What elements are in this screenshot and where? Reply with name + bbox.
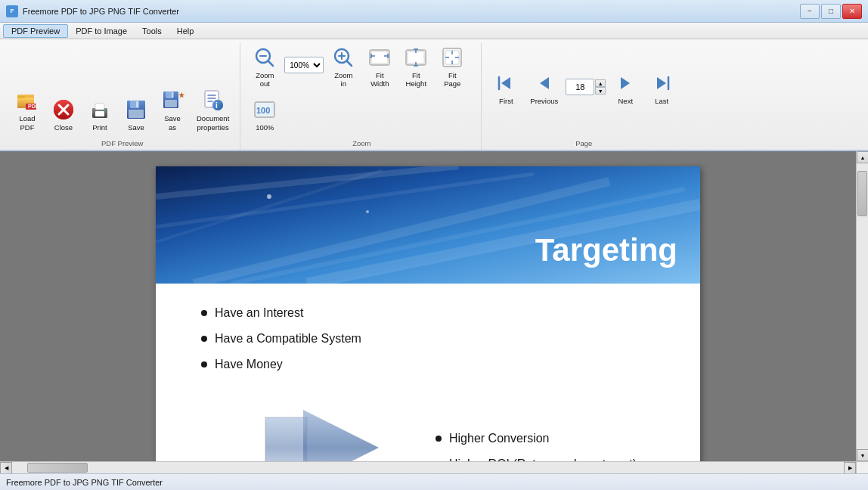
pdf-page: Targeting Have an Interest: [156, 166, 700, 461]
bullet-interest: Have an Interest: [201, 306, 436, 320]
ribbon: PDF LoadPDF Close Print: [0, 39, 868, 151]
page-spin-down[interactable]: ▼: [595, 87, 606, 95]
svg-marker-77: [303, 410, 379, 461]
zoom-in-button[interactable]: Zoomin: [327, 42, 360, 91]
svg-rect-20: [129, 110, 144, 118]
print-button[interactable]: Print: [83, 95, 116, 135]
svg-text:★: ★: [178, 91, 184, 99]
close-file-icon: [51, 98, 76, 122]
scroll-down-button[interactable]: ▼: [857, 449, 868, 461]
load-pdf-button[interactable]: PDF LoadPDF: [11, 85, 44, 135]
scroll-right-button[interactable]: ▶: [844, 462, 856, 474]
close-file-button[interactable]: Close: [47, 95, 80, 135]
fit-100-label: 100%: [256, 123, 274, 132]
svg-rect-48: [408, 51, 424, 64]
document-properties-icon: i: [201, 88, 225, 113]
last-page-icon: [649, 71, 674, 95]
menu-pdf-to-image[interactable]: PDF to Image: [68, 25, 135, 37]
save-label: Save: [128, 123, 144, 132]
scroll-thumb[interactable]: [857, 171, 867, 216]
zoom-out-button[interactable]: Zoomout: [248, 42, 281, 91]
fit-height-label: FitHeight: [406, 71, 426, 88]
svg-line-40: [347, 61, 352, 67]
ribbon-group-pdf-preview: PDF LoadPDF Close Print: [5, 42, 240, 150]
main-content: Targeting Have an Interest: [0, 151, 868, 461]
save-button[interactable]: Save: [119, 95, 153, 135]
page-number-input[interactable]: [566, 79, 594, 95]
svg-rect-76: [265, 417, 307, 461]
svg-rect-24: [172, 92, 174, 98]
menu-help[interactable]: Help: [169, 25, 202, 37]
svg-marker-63: [540, 77, 549, 89]
fit-page-icon: [440, 45, 464, 70]
close-label: Close: [54, 123, 73, 132]
save-icon: [124, 98, 148, 122]
scroll-track[interactable]: [857, 163, 868, 449]
fit-height-button[interactable]: FitHeight: [399, 42, 432, 91]
arrow-graphic: [262, 406, 413, 461]
previous-page-icon: [532, 71, 556, 95]
fit-100-button[interactable]: 100 100%: [248, 95, 281, 135]
svg-point-75: [366, 210, 369, 213]
h-scroll-thumb[interactable]: [27, 463, 88, 473]
window-controls: − □ ✕: [800, 4, 862, 19]
vertical-scrollbar[interactable]: ▲ ▼: [856, 151, 868, 461]
svg-marker-64: [621, 77, 630, 89]
menu-bar: PDF Preview PDF to Image Tools Help: [0, 23, 868, 39]
svg-point-32: [212, 100, 223, 110]
fit-page-button[interactable]: FitPage: [436, 42, 469, 91]
scroll-up-button[interactable]: ▲: [857, 151, 868, 163]
document-properties-button[interactable]: i Documentproperties: [192, 85, 234, 135]
page-spin-up[interactable]: ▲: [595, 79, 606, 87]
next-page-button[interactable]: Next: [609, 68, 642, 108]
resize-corner: [856, 461, 868, 473]
svg-point-74: [267, 194, 271, 199]
ribbon-group-page: First Previous ▲ ▼: [483, 42, 684, 150]
maximize-button[interactable]: □: [821, 4, 841, 19]
svg-rect-4: [17, 96, 25, 98]
ribbon-group-pdf-preview-label: PDF Preview: [101, 138, 143, 150]
first-page-button[interactable]: First: [489, 68, 522, 108]
last-page-button[interactable]: Last: [645, 68, 678, 108]
fit-width-button[interactable]: FitWidth: [363, 42, 396, 91]
h-scroll-track[interactable]: [12, 462, 844, 473]
close-button[interactable]: ✕: [842, 4, 862, 19]
page-title: Targeting: [535, 232, 677, 268]
minimize-button[interactable]: −: [800, 4, 820, 19]
svg-line-36: [268, 61, 274, 67]
bullet-roi: Higher ROI (Return on Investment): [436, 457, 670, 461]
svg-rect-42: [371, 51, 388, 64]
previous-page-button[interactable]: Previous: [525, 68, 563, 108]
pdf-scroll-area[interactable]: Targeting Have an Interest: [0, 151, 856, 461]
zoom-select[interactable]: 50% 75% 100% 125% 150% 200%: [284, 57, 324, 73]
fit-height-icon: [404, 45, 428, 70]
save-as-button[interactable]: ★ Saveas: [156, 85, 189, 135]
ribbon-group-zoom: Zoomout 50% 75% 100% 125% 150% 200% Zoom…: [242, 42, 482, 150]
fit-100-icon: 100: [253, 98, 277, 122]
bottom-bar: ◀ ▶: [0, 461, 868, 473]
svg-marker-66: [657, 77, 666, 89]
save-as-label: Saveas: [164, 114, 181, 132]
zoom-out-icon: [253, 45, 277, 70]
horizontal-scrollbar[interactable]: ◀ ▶: [0, 461, 856, 473]
ribbon-group-page-label: Page: [575, 138, 592, 150]
scroll-left-button[interactable]: ◀: [0, 462, 12, 474]
print-icon: [88, 98, 112, 122]
svg-rect-14: [95, 104, 104, 110]
window-title: Freemore PDF to JPG PNG TIF Converter: [23, 7, 179, 16]
document-properties-label: Documentproperties: [197, 114, 229, 132]
page-header: Targeting: [156, 166, 700, 284]
svg-rect-19: [136, 101, 138, 107]
fit-width-label: FitWidth: [370, 71, 389, 88]
next-page-icon: [613, 71, 637, 95]
svg-text:100: 100: [256, 106, 270, 115]
svg-marker-62: [501, 77, 510, 89]
zoom-in-label: Zoomin: [334, 71, 352, 88]
menu-pdf-preview[interactable]: PDF Preview: [3, 24, 68, 38]
status-text: Freemore PDF to JPG PNG TIF Converter: [6, 478, 163, 487]
menu-tools[interactable]: Tools: [135, 25, 169, 37]
last-page-label: Last: [655, 97, 668, 105]
next-page-label: Next: [618, 97, 634, 105]
bullet-dot: [201, 310, 207, 316]
svg-point-15: [104, 109, 106, 111]
